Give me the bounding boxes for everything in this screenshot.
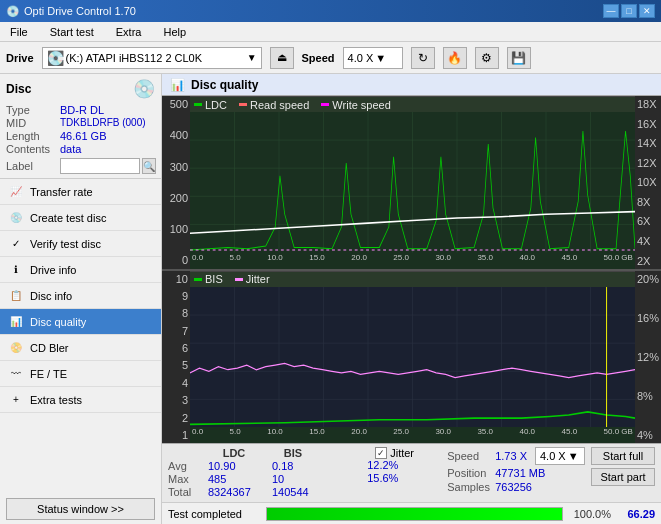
position-value: 47731 MB (495, 467, 545, 479)
total-bis: 140544 (272, 486, 332, 498)
extra-tests-icon: + (8, 392, 24, 408)
speed-label2: Speed (447, 450, 491, 462)
create-test-disc-label: Create test disc (30, 212, 106, 224)
sidebar-item-transfer-rate[interactable]: 📈 Transfer rate (0, 179, 161, 205)
disc-section-label: Disc (6, 82, 31, 96)
sidebar-item-extra-tests[interactable]: + Extra tests (0, 387, 161, 413)
disc-length-row: Length 46.61 GB (6, 130, 155, 142)
sidebar-item-create-test-disc[interactable]: 💿 Create test disc (0, 205, 161, 231)
sidebar-item-verify-test-disc[interactable]: ✓ Verify test disc (0, 231, 161, 257)
fe-te-icon: 〰 (8, 366, 24, 382)
legend-write-speed-label: Write speed (332, 99, 391, 111)
progress-bar-fill (267, 508, 562, 520)
disc-panel-header: Disc 💿 (6, 78, 155, 100)
drive-dropdown-icon: ▼ (247, 52, 257, 63)
disc-quality-label: Disc quality (30, 316, 86, 328)
main-layout: Disc 💿 Type BD-R DL MID TDKBLDRFB (000) … (0, 74, 661, 524)
disc-label-icon-btn[interactable]: 🔍 (142, 158, 156, 174)
chart1-y-left: 500 400 300 200 100 0 (162, 96, 190, 269)
legend-write-speed: Write speed (321, 99, 391, 111)
drive-info-label: Drive info (30, 264, 76, 276)
sidebar-item-fe-te[interactable]: 〰 FE / TE (0, 361, 161, 387)
disc-quality-header-icon: 📊 (170, 78, 185, 92)
stats-avg-row: Avg 10.90 0.18 (168, 460, 367, 472)
speed-selector2[interactable]: 4.0 X ▼ (535, 447, 585, 465)
legend-bis-label: BIS (205, 273, 223, 285)
sidebar-item-disc-quality[interactable]: 📊 Disc quality (0, 309, 161, 335)
title-bar: 💿 Opti Drive Control 1.70 — □ ✕ (0, 0, 661, 22)
speed-selector[interactable]: 4.0 X ▼ (343, 47, 403, 69)
refresh-button[interactable]: ↻ (411, 47, 435, 69)
disc-length-value: 46.61 GB (60, 130, 106, 142)
disc-mid-value: TDKBLDRFB (000) (60, 117, 146, 129)
chart2-main: BIS Jitter (190, 271, 635, 444)
content-area: 📊 Disc quality 500 400 300 200 100 0 (162, 74, 661, 524)
drive-selector[interactable]: 💽 (K:) ATAPI iHBS112 2 CL0K ▼ (42, 47, 262, 69)
chart2-y-right: 20% 16% 12% 8% 4% (635, 271, 661, 444)
speed-value: 1.73 X (495, 450, 527, 462)
legend-read-speed: Read speed (239, 99, 309, 111)
total-ldc: 8324367 (208, 486, 268, 498)
chart1-x-labels: 0.0 5.0 10.0 15.0 20.0 25.0 30.0 35.0 40… (190, 253, 635, 269)
speed-row: Speed 1.73 X 4.0 X ▼ (447, 447, 585, 465)
drive-name: (K:) ATAPI iHBS112 2 CL0K (66, 52, 245, 64)
legend-ldc-label: LDC (205, 99, 227, 111)
minimize-button[interactable]: — (603, 4, 619, 18)
disc-info-icon: 📋 (8, 288, 24, 304)
menu-file[interactable]: File (4, 24, 34, 40)
jitter-avg-row: 12.2% (367, 459, 447, 471)
legend-read-speed-dot (239, 103, 247, 106)
sidebar-item-drive-info[interactable]: ℹ Drive info (0, 257, 161, 283)
status-window-button[interactable]: Status window >> (6, 498, 155, 520)
drive-info-icon: ℹ (8, 262, 24, 278)
menu-help[interactable]: Help (157, 24, 192, 40)
chart1-y-right: 18X 16X 14X 12X 10X 8X 6X 4X 2X (635, 96, 661, 269)
sidebar-item-disc-info[interactable]: 📋 Disc info (0, 283, 161, 309)
create-test-disc-icon: 💿 (8, 210, 24, 226)
transfer-rate-label: Transfer rate (30, 186, 93, 198)
max-ldc: 485 (208, 473, 268, 485)
speed-label: Speed (302, 52, 335, 64)
close-button[interactable]: ✕ (639, 4, 655, 18)
legend-bis-dot (194, 278, 202, 281)
start-buttons: Start full Start part (591, 447, 655, 499)
menu-extra[interactable]: Extra (110, 24, 148, 40)
save-button[interactable]: 💾 (507, 47, 531, 69)
legend-ldc: LDC (194, 99, 227, 111)
start-part-button[interactable]: Start part (591, 468, 655, 486)
menu-start-test[interactable]: Start test (44, 24, 100, 40)
cd-bler-icon: 📀 (8, 340, 24, 356)
disc-contents-row: Contents data (6, 143, 155, 155)
disc-label-input[interactable] (60, 158, 140, 174)
bis-header: BIS (268, 447, 318, 459)
start-full-button[interactable]: Start full (591, 447, 655, 465)
legend-jitter-dot (235, 278, 243, 281)
max-label: Max (168, 473, 204, 485)
settings-button[interactable]: ⚙ (475, 47, 499, 69)
title-bar-title: 💿 Opti Drive Control 1.70 (6, 5, 136, 18)
ldc-header: LDC (204, 447, 264, 459)
chart2-y-left: 10 9 8 7 6 5 4 3 2 1 (162, 271, 190, 444)
nav-section: 📈 Transfer rate 💿 Create test disc ✓ Ver… (0, 179, 161, 494)
disc-quality-header: 📊 Disc quality (162, 74, 661, 96)
status-text: Test completed (168, 508, 258, 520)
max-jitter: 15.6% (367, 472, 427, 484)
transfer-rate-icon: 📈 (8, 184, 24, 200)
chart2-x-labels: 0.0 5.0 10.0 15.0 20.0 25.0 30.0 35.0 40… (190, 427, 635, 443)
disc-mid-row: MID TDKBLDRFB (000) (6, 117, 155, 129)
drive-label: Drive (6, 52, 34, 64)
burn-button[interactable]: 🔥 (443, 47, 467, 69)
eject-button[interactable]: ⏏ (270, 47, 294, 69)
verify-test-disc-label: Verify test disc (30, 238, 101, 250)
chart2-svg (190, 287, 635, 428)
fe-te-label: FE / TE (30, 368, 67, 380)
progress-percent: 100.0% (571, 508, 611, 520)
cd-bler-label: CD Bler (30, 342, 69, 354)
disc-mid-label: MID (6, 117, 60, 129)
drive-disc-icon: 💽 (47, 50, 64, 66)
total-label: Total (168, 486, 204, 498)
disc-quality-icon: 📊 (8, 314, 24, 330)
maximize-button[interactable]: □ (621, 4, 637, 18)
sidebar-item-cd-bler[interactable]: 📀 CD Bler (0, 335, 161, 361)
jitter-checkbox[interactable]: ✓ (375, 447, 387, 459)
